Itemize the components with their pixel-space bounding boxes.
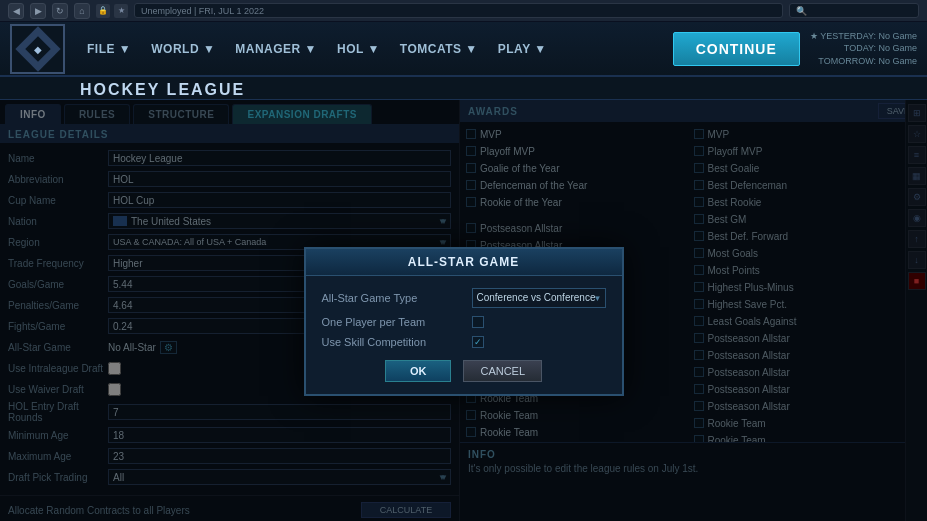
nav-world[interactable]: WORLD ▼	[141, 38, 225, 60]
browser-bar: ◀ ▶ ↻ ⌂ 🔒 ★ Unemployed | FRI, JUL 1 2022…	[0, 0, 927, 22]
game-title: HOCKEY LEAGUE	[80, 81, 919, 99]
modal-ok-button[interactable]: OK	[385, 360, 452, 382]
modal-one-player-label: One Player per Team	[322, 316, 462, 328]
modal-button-row: OK CANCEL	[322, 360, 606, 382]
nav-manager[interactable]: MANAGER ▼	[225, 38, 327, 60]
nav-file[interactable]: FILE ▼	[77, 38, 141, 60]
nav-tomcats[interactable]: TOMCATS ▼	[390, 38, 488, 60]
nav-play[interactable]: PLAY ▼	[488, 38, 557, 60]
modal-overlay: ALL-STAR GAME All-Star Game Type Confere…	[0, 100, 927, 521]
allstar-modal: ALL-STAR GAME All-Star Game Type Confere…	[304, 247, 624, 396]
home-button[interactable]: ⌂	[74, 3, 90, 19]
continue-button[interactable]: CONTINUE	[673, 32, 800, 66]
url-bar[interactable]: Unemployed | FRI, JUL 1 2022	[134, 3, 783, 18]
modal-game-type-row: All-Star Game Type Conference vs Confere…	[322, 288, 606, 308]
game-topbar: ◆ FILE ▼ WORLD ▼ MANAGER ▼ HOL ▼ TOMCATS…	[0, 22, 927, 77]
browser-security-icons: 🔒 ★	[96, 4, 128, 18]
modal-one-player-checkbox[interactable]	[472, 316, 484, 328]
nav-hol[interactable]: HOL ▼	[327, 38, 390, 60]
modal-game-type-label: All-Star Game Type	[322, 292, 462, 304]
star-icon: ★	[114, 4, 128, 18]
modal-title: ALL-STAR GAME	[306, 249, 622, 276]
main-content: INFO RULES STRUCTURE EXPANSION DRAFTS LE…	[0, 100, 927, 521]
modal-cancel-button[interactable]: CANCEL	[463, 360, 542, 382]
modal-one-player-row: One Player per Team	[322, 316, 606, 328]
modal-game-type-select-wrapper: Conference vs Conference East vs West Al…	[472, 288, 606, 308]
back-button[interactable]: ◀	[8, 3, 24, 19]
lock-icon: 🔒	[96, 4, 110, 18]
game-logo: ◆	[10, 24, 65, 74]
modal-skill-comp-row: Use Skill Competition	[322, 336, 606, 348]
schedule-info: ★ YESTERDAY: No Game TODAY: No Game TOMO…	[810, 30, 917, 68]
modal-game-type-select[interactable]: Conference vs Conference East vs West Al…	[472, 288, 606, 308]
search-bar[interactable]: 🔍	[789, 3, 919, 18]
forward-button[interactable]: ▶	[30, 3, 46, 19]
modal-body: All-Star Game Type Conference vs Confere…	[306, 276, 622, 394]
refresh-button[interactable]: ↻	[52, 3, 68, 19]
modal-skill-comp-label: Use Skill Competition	[322, 336, 462, 348]
modal-skill-comp-checkbox[interactable]	[472, 336, 484, 348]
main-nav: FILE ▼ WORLD ▼ MANAGER ▼ HOL ▼ TOMCATS ▼…	[77, 38, 673, 60]
